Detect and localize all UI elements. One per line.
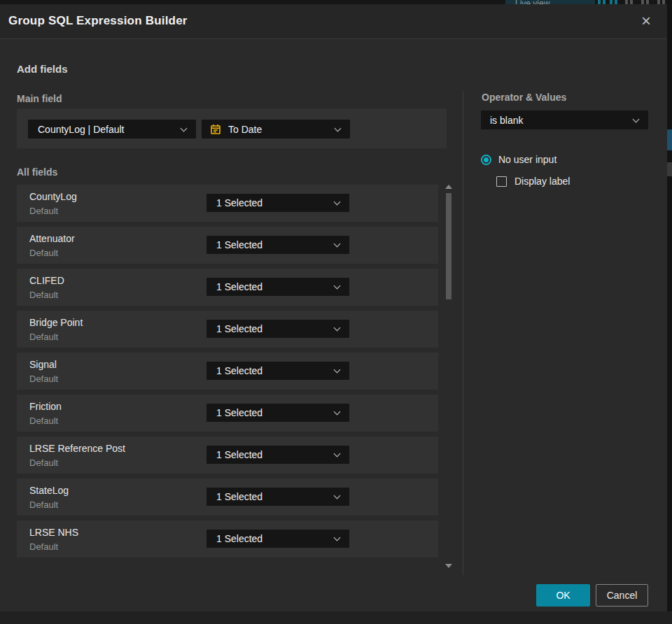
field-row-bridge-point: Bridge Point Default 1 Selected <box>17 311 438 348</box>
add-fields-title: Add fields <box>17 63 68 75</box>
selected-values-text: 1 Selected <box>206 281 335 292</box>
field-row-lrse-reference-post: LRSE Reference Post Default 1 Selected <box>17 437 438 474</box>
field-type: Default <box>29 374 58 384</box>
background-gray-fragment <box>667 162 672 176</box>
field-name: Signal <box>29 359 57 370</box>
chevron-down-icon <box>334 325 341 332</box>
background-app-right-strip <box>667 0 672 624</box>
no-user-input-radio[interactable]: No user input <box>481 154 556 165</box>
scrollbar-down-arrow[interactable] <box>445 564 452 568</box>
selected-values-text: 1 Selected <box>206 533 335 544</box>
field-type: Default <box>29 290 58 300</box>
display-label-text: Display label <box>514 176 570 187</box>
radio-selected-icon <box>481 155 491 165</box>
main-field-dropdown-value: CountyLog | Default <box>28 124 181 135</box>
chevron-down-icon <box>334 492 341 499</box>
no-user-input-label: No user input <box>498 154 556 165</box>
background-blue-fragment <box>667 129 672 150</box>
all-fields-list: CountyLog Default 1 Selected Attenuator … <box>17 185 438 558</box>
chevron-down-icon <box>335 125 342 132</box>
field-name: StateLog <box>29 485 69 496</box>
selected-values-dropdown[interactable]: 1 Selected <box>206 488 349 506</box>
selected-values-text: 1 Selected <box>206 449 335 460</box>
main-field-panel: CountyLog | Default To Date <box>17 108 447 148</box>
display-label-checkbox[interactable]: Display label <box>496 176 570 187</box>
field-type: Default <box>29 458 58 468</box>
field-row-signal: Signal Default 1 Selected <box>17 353 438 390</box>
selected-values-text: 1 Selected <box>206 365 335 376</box>
all-fields-label: All fields <box>17 166 57 178</box>
field-type: Default <box>29 541 58 552</box>
selected-values-dropdown[interactable]: 1 Selected <box>206 194 349 212</box>
close-button[interactable]: × <box>635 9 657 33</box>
field-name: Attenuator <box>29 233 75 244</box>
field-type: Default <box>29 499 58 510</box>
field-name: Friction <box>29 401 62 412</box>
field-row-clifed: CLIFED Default 1 Selected <box>17 269 438 306</box>
dialog-title: Group SQL Expression Builder <box>8 14 188 28</box>
field-name: CLIFED <box>29 275 64 286</box>
selected-values-text: 1 Selected <box>206 407 335 418</box>
scrollbar-up-arrow[interactable] <box>445 185 452 189</box>
selected-values-dropdown[interactable]: 1 Selected <box>206 320 349 338</box>
chevron-down-icon <box>334 534 341 541</box>
field-name: CountyLog <box>29 191 77 202</box>
dialog-header: Group SQL Expression Builder × <box>0 4 667 39</box>
field-type: Default <box>29 248 58 258</box>
cancel-button[interactable]: Cancel <box>596 584 648 607</box>
field-type: Default <box>29 332 58 342</box>
group-sql-expression-builder-dialog: Group SQL Expression Builder × Add field… <box>0 4 667 611</box>
field-row-friction: Friction Default 1 Selected <box>17 395 438 432</box>
selected-values-text: 1 Selected <box>206 197 335 208</box>
chevron-down-icon <box>181 125 188 132</box>
selected-values-dropdown[interactable]: 1 Selected <box>206 278 349 296</box>
field-name: LRSE Reference Post <box>29 443 125 454</box>
vertical-divider <box>463 91 463 575</box>
operator-values-label: Operator & Values <box>482 92 566 103</box>
selected-values-text: 1 Selected <box>206 239 335 250</box>
chevron-down-icon <box>633 115 640 122</box>
field-row-lrse-nhs: LRSE NHS Default 1 Selected <box>17 520 438 558</box>
selected-values-text: 1 Selected <box>206 323 335 334</box>
field-row-countylog: CountyLog Default 1 Selected <box>17 185 438 222</box>
field-name: Bridge Point <box>29 317 83 328</box>
selected-values-text: 1 Selected <box>206 491 335 502</box>
field-type: Default <box>29 206 58 216</box>
operator-dropdown-value: is blank <box>481 115 634 126</box>
selected-values-dropdown[interactable]: 1 Selected <box>206 530 349 548</box>
chevron-down-icon <box>334 199 341 206</box>
checkbox-unchecked-icon <box>496 176 507 187</box>
operator-dropdown[interactable]: is blank <box>481 111 648 129</box>
calendar-icon <box>210 124 221 135</box>
field-type: Default <box>29 416 58 426</box>
scrollbar-thumb[interactable] <box>446 193 451 299</box>
chevron-down-icon <box>334 451 341 458</box>
backdrop-bottom-strip <box>0 611 672 624</box>
date-type-dropdown-value: To Date <box>221 124 335 135</box>
selected-values-dropdown[interactable]: 1 Selected <box>206 404 349 422</box>
field-row-statelog: StateLog Default 1 Selected <box>17 478 438 516</box>
main-field-label: Main field <box>17 93 62 104</box>
screen: Live view Group SQL Expression Builder ×… <box>0 0 672 624</box>
selected-values-dropdown[interactable]: 1 Selected <box>206 362 349 380</box>
date-type-dropdown[interactable]: To Date <box>202 120 350 139</box>
chevron-down-icon <box>334 283 341 290</box>
chevron-down-icon <box>334 241 341 248</box>
selected-values-dropdown[interactable]: 1 Selected <box>206 446 349 464</box>
field-name: LRSE NHS <box>29 527 78 538</box>
ok-button[interactable]: OK <box>536 584 590 607</box>
field-row-attenuator: Attenuator Default 1 Selected <box>17 227 438 264</box>
chevron-down-icon <box>334 367 341 374</box>
close-icon: × <box>641 11 651 31</box>
chevron-down-icon <box>334 409 341 416</box>
selected-values-dropdown[interactable]: 1 Selected <box>206 236 349 254</box>
main-field-dropdown[interactable]: CountyLog | Default <box>28 120 196 139</box>
